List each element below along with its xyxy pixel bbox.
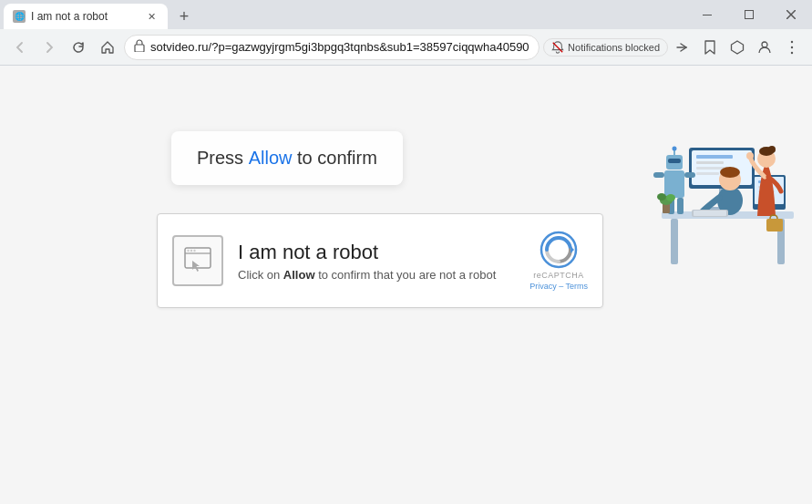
captcha-desc-prefix: Click on	[238, 268, 283, 282]
svg-rect-38	[664, 170, 684, 198]
notifications-blocked-text: Notifications blocked	[568, 42, 660, 53]
svg-rect-1	[745, 11, 754, 19]
captcha-desc-allow: Allow	[283, 268, 315, 282]
svg-rect-45	[653, 172, 664, 178]
svg-point-51	[746, 152, 754, 159]
svg-point-56	[666, 194, 675, 201]
svg-point-42	[673, 147, 677, 151]
svg-rect-0	[703, 15, 712, 15]
profile-button[interactable]	[752, 35, 777, 60]
toolbar: sotvideo.ru/?p=gazwgyjrgm5gi3bpgq3tqnbs&…	[0, 29, 812, 66]
share-button[interactable]	[670, 35, 695, 60]
minimize-button[interactable]	[686, 0, 728, 29]
press-allow-prefix: Press	[197, 148, 249, 168]
recaptcha-label: reCAPTCHA	[533, 271, 584, 280]
cursor-window-icon	[183, 246, 212, 275]
titlebar-left: 🌐 I am not a robot ✕ +	[0, 0, 686, 29]
notifications-blocked-badge[interactable]: Notifications blocked	[543, 38, 668, 57]
svg-point-14	[193, 250, 195, 252]
close-button[interactable]	[770, 0, 812, 29]
browser-tab[interactable]: 🌐 I am not a robot ✕	[4, 4, 168, 29]
captcha-desc-suffix: to confirm that you are not a robot	[315, 268, 497, 282]
titlebar: 🌐 I am not a robot ✕ +	[0, 0, 812, 29]
svg-rect-46	[684, 172, 695, 178]
tab-favicon: 🌐	[13, 10, 26, 23]
svg-rect-4	[135, 45, 144, 52]
svg-point-55	[657, 193, 666, 201]
svg-rect-24	[696, 155, 733, 159]
extensions-button[interactable]	[725, 35, 750, 60]
captcha-description: Click on Allow to confirm that you are n…	[238, 268, 515, 282]
bookmark-button[interactable]	[697, 35, 723, 60]
captcha-text-block: I am not a robot Click on Allow to confi…	[238, 241, 515, 282]
address-bar[interactable]: sotvideo.ru/?p=gazwgyjrgm5gi3bpgq3tqnbs&…	[124, 35, 540, 60]
svg-point-12	[187, 250, 189, 252]
reload-button[interactable]	[66, 35, 91, 60]
window-controls	[686, 0, 812, 29]
svg-rect-40	[668, 159, 681, 163]
svg-point-50	[768, 146, 776, 153]
bell-blocked-icon	[551, 41, 564, 54]
svg-point-13	[190, 250, 192, 252]
svg-point-35	[720, 167, 740, 178]
recaptcha-links: Privacy – Terms	[529, 282, 588, 291]
forward-button[interactable]	[36, 35, 62, 60]
svg-point-8	[791, 46, 793, 47]
svg-point-9	[791, 51, 793, 53]
maximize-button[interactable]	[728, 0, 770, 29]
press-allow-word: Allow	[249, 148, 293, 168]
svg-point-6	[762, 42, 767, 47]
svg-rect-18	[671, 219, 678, 264]
new-tab-button[interactable]: +	[171, 4, 197, 29]
press-allow-box: Press Allow to confirm	[171, 131, 403, 185]
back-button[interactable]	[7, 35, 33, 60]
captcha-title: I am not a robot	[238, 241, 515, 264]
office-illustration	[612, 84, 794, 275]
captcha-card: I am not a robot Click on Allow to confi…	[157, 213, 603, 308]
url-text: sotvideo.ru/?p=gazwgyjrgm5gi3bpgq3tqnbs&…	[150, 40, 529, 54]
svg-rect-52	[766, 219, 783, 231]
svg-rect-37	[694, 211, 726, 216]
tab-strip: 🌐 I am not a robot ✕ +	[0, 0, 197, 29]
svg-point-7	[791, 40, 793, 42]
svg-rect-47	[686, 159, 688, 159]
home-button[interactable]	[95, 35, 120, 60]
robot-illustration	[612, 84, 794, 275]
press-allow-suffix: to confirm	[292, 148, 376, 168]
svg-rect-44	[677, 198, 684, 214]
svg-marker-16	[570, 246, 574, 253]
captcha-icon-box	[172, 235, 223, 286]
recaptcha-logo-icon	[540, 231, 578, 269]
tab-title: I am not a robot	[31, 10, 139, 23]
toolbar-right: Notifications blocked	[543, 35, 805, 60]
tab-close-button[interactable]: ✕	[144, 9, 159, 24]
recaptcha-logo: reCAPTCHA Privacy – Terms	[529, 231, 588, 291]
lock-icon	[134, 39, 145, 55]
menu-button[interactable]	[779, 35, 805, 60]
page-content: Press Allow to confirm I am not a robot …	[0, 66, 812, 504]
svg-rect-27	[696, 172, 719, 175]
svg-rect-25	[696, 161, 724, 164]
